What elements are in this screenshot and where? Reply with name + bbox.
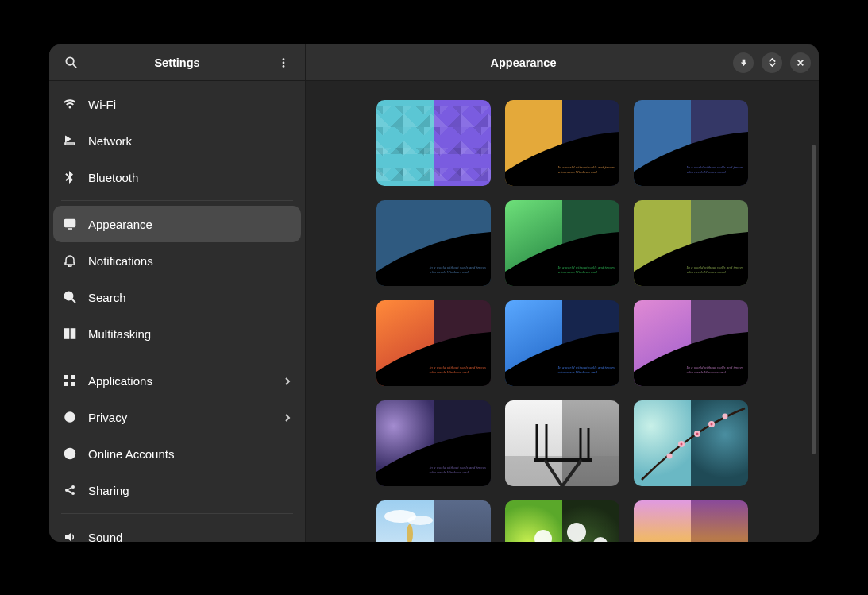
wallpaper-hill-skyblue-navy[interactable]: In a world without walls and fenceswho n… xyxy=(505,300,619,386)
svg-point-16 xyxy=(68,415,71,419)
sidebar-item-network[interactable]: Network xyxy=(53,122,301,159)
svg-point-31 xyxy=(696,433,699,435)
dock-graphic xyxy=(505,400,619,486)
close-button[interactable] xyxy=(790,52,811,73)
nav-separator xyxy=(61,200,293,201)
wallpaper-hill-orange-maroon[interactable]: In a world without walls and fenceswho n… xyxy=(376,300,491,386)
svg-point-7 xyxy=(65,292,73,300)
sidebar-item-online-accounts[interactable]: Online Accounts xyxy=(53,435,301,472)
at-icon xyxy=(63,446,77,461)
wallpaper-dark-half xyxy=(434,100,491,186)
svg-point-34 xyxy=(407,516,433,525)
sidebar-item-sound[interactable]: Sound xyxy=(53,519,301,542)
wallpaper-hill-blue-indigo[interactable]: In a world without walls and fenceswho n… xyxy=(634,100,748,186)
wallpaper-quote: In a world without walls and fenceswho n… xyxy=(430,466,486,475)
blossom-graphic xyxy=(634,400,748,486)
wallpaper-hill-green-emerald[interactable]: In a world without walls and fenceswho n… xyxy=(505,200,619,286)
sunset-graphic xyxy=(634,500,748,542)
svg-line-8 xyxy=(72,299,76,303)
sidebar-item-label: Privacy xyxy=(88,411,272,424)
chevron-right-icon xyxy=(284,374,291,388)
share-icon xyxy=(63,483,77,497)
wallpaper-cherry-blossom[interactable] xyxy=(634,400,748,486)
search-icon xyxy=(63,290,77,304)
search-button[interactable] xyxy=(57,49,84,76)
page-title: Appearance xyxy=(314,56,733,69)
svg-rect-13 xyxy=(64,382,68,386)
sidebar-item-notifications[interactable]: Notifications xyxy=(53,242,301,279)
chevron-right-icon xyxy=(284,411,291,424)
window-buttons xyxy=(733,52,811,73)
svg-line-1 xyxy=(72,64,75,68)
sidebar-item-label: Sharing xyxy=(88,484,291,497)
wallpaper-quote: In a world without walls and fenceswho n… xyxy=(558,165,615,175)
bell-icon xyxy=(63,253,77,268)
wallpaper-hill-olive-sage[interactable]: In a world without walls and fenceswho n… xyxy=(634,200,748,286)
menu-button[interactable] xyxy=(270,49,297,76)
sidebar-item-privacy[interactable]: Privacy xyxy=(53,399,301,435)
wallpaper-hill-steelblue-plain[interactable]: In a world without walls and fenceswho n… xyxy=(376,200,491,286)
minimize-button[interactable] xyxy=(733,52,754,73)
svg-rect-11 xyxy=(64,375,68,379)
multitask-icon xyxy=(63,326,77,341)
minimize-icon xyxy=(739,58,748,67)
sidebar-item-label: Wi-Fi xyxy=(88,98,291,111)
sidebar-item-label: Bluetooth xyxy=(88,171,291,184)
sidebar-item-sharing[interactable]: Sharing xyxy=(53,472,301,508)
sidebar-header: Settings xyxy=(49,44,305,81)
privacy-icon xyxy=(63,410,77,424)
svg-rect-10 xyxy=(71,329,75,338)
wheat-graphic xyxy=(376,500,491,542)
sidebar-item-applications[interactable]: Applications xyxy=(53,362,301,399)
wallpaper-wheat-sky[interactable] xyxy=(376,500,491,542)
svg-point-35 xyxy=(407,524,413,542)
wifi-icon xyxy=(63,97,77,111)
wallpaper-quote: In a world without walls and fenceswho n… xyxy=(687,165,743,175)
svg-point-36 xyxy=(534,530,552,542)
nav-separator xyxy=(61,357,293,357)
svg-rect-5 xyxy=(65,220,75,227)
svg-point-28 xyxy=(723,414,728,419)
scrollbar[interactable] xyxy=(812,145,816,454)
wallpaper-dandelion-green[interactable] xyxy=(505,500,619,542)
sidebar-item-label: Network xyxy=(88,134,291,148)
wallpaper-quote: In a world without walls and fenceswho n… xyxy=(687,265,743,275)
nav-separator xyxy=(61,513,293,514)
sidebar-item-search[interactable]: Search xyxy=(53,279,301,315)
wallpaper-scroll[interactable]: In a world without walls and fenceswho n… xyxy=(306,81,819,542)
wallpaper-quote: In a world without walls and fenceswho n… xyxy=(558,365,615,375)
sidebar: Settings Wi-FiNetworkBluetoothAppearance… xyxy=(49,44,306,542)
sidebar-item-multitasking[interactable]: Multitasking xyxy=(53,315,301,352)
wallpaper-light-half xyxy=(376,100,434,186)
sidebar-item-label: Sound xyxy=(88,531,291,543)
svg-point-4 xyxy=(283,64,285,67)
svg-point-30 xyxy=(681,443,683,446)
sidebar-item-label: Notifications xyxy=(88,254,291,268)
sidebar-item-appearance[interactable]: Appearance xyxy=(53,206,301,242)
wallpaper-hill-pink-violet[interactable]: In a world without walls and fenceswho n… xyxy=(634,300,748,386)
wallpaper-geometric-cyan-purple[interactable] xyxy=(376,100,491,186)
settings-window: Settings Wi-FiNetworkBluetoothAppearance… xyxy=(49,44,819,542)
maximize-button[interactable] xyxy=(762,52,782,73)
bluetooth-icon xyxy=(63,170,77,184)
apps-icon xyxy=(63,373,77,388)
wallpaper-quote: In a world without walls and fenceswho n… xyxy=(430,365,486,375)
wallpaper-sunset-figure[interactable] xyxy=(634,500,748,542)
main-header: Appearance xyxy=(306,44,819,81)
wallpaper-quote: In a world without walls and fenceswho n… xyxy=(430,265,486,275)
sidebar-item-label: Applications xyxy=(88,374,272,388)
sidebar-item-wi-fi[interactable]: Wi-Fi xyxy=(53,86,301,122)
svg-point-37 xyxy=(567,523,586,542)
svg-rect-14 xyxy=(71,382,75,386)
wallpaper-hill-amber-navy[interactable]: In a world without walls and fenceswho n… xyxy=(505,100,619,186)
sidebar-item-label: Search xyxy=(88,291,291,304)
wallpaper-milkyway-night[interactable]: In a world without walls and fenceswho n… xyxy=(376,400,491,486)
network-icon xyxy=(63,133,77,148)
maximize-icon xyxy=(768,58,777,67)
sound-icon xyxy=(63,530,77,542)
svg-point-2 xyxy=(283,58,285,60)
svg-point-32 xyxy=(711,423,713,426)
svg-point-29 xyxy=(667,454,673,459)
sidebar-item-bluetooth[interactable]: Bluetooth xyxy=(53,159,301,195)
wallpaper-dock-bw[interactable] xyxy=(505,400,619,486)
